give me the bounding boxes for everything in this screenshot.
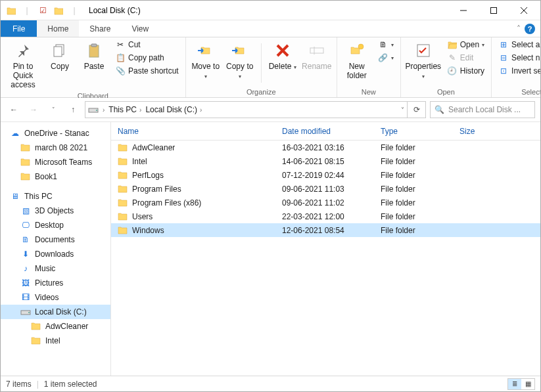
svg-rect-1: [491, 7, 497, 13]
table-row[interactable]: Intel14-06-2021 08:15File folder: [111, 154, 540, 168]
move-to-button[interactable]: Move to ▾: [190, 39, 222, 82]
new-group-label: New: [362, 87, 376, 97]
folder-icon: [118, 198, 128, 208]
up-button[interactable]: ↑: [65, 102, 81, 118]
tree-onedrive[interactable]: ☁OneDrive - Stanac: [1, 126, 110, 141]
table-row[interactable]: Program Files (x86)09-06-2021 11:02File …: [111, 196, 540, 209]
history-button[interactable]: 🕘History: [444, 65, 487, 77]
file-date: 09-06-2021 11:03: [275, 185, 374, 194]
minimize-button[interactable]: [448, 1, 479, 20]
back-button[interactable]: ←: [6, 102, 22, 118]
collapse-ribbon-icon[interactable]: ˄: [517, 24, 521, 33]
tree-documents[interactable]: 🗎Documents: [1, 232, 110, 247]
recent-locations-button[interactable]: ˅: [45, 102, 61, 118]
delete-icon: [272, 40, 293, 61]
col-name[interactable]: Name: [111, 127, 275, 136]
delete-button[interactable]: Delete ▾: [267, 39, 298, 73]
tree-book1[interactable]: Book1: [1, 169, 110, 184]
properties-icon: [413, 40, 434, 61]
3d-icon: ▧: [20, 206, 31, 216]
file-date: 09-06-2021 11:02: [275, 198, 374, 207]
file-name: Windows: [132, 226, 164, 235]
col-type[interactable]: Type: [374, 127, 453, 136]
open-button[interactable]: Open ▾: [444, 39, 487, 51]
folder-icon: [118, 225, 128, 236]
col-date[interactable]: Date modified: [275, 127, 374, 136]
tree-downloads[interactable]: ⬇Downloads: [1, 247, 110, 261]
pin-to-quick-access-button[interactable]: Pin to Quick access: [5, 39, 41, 91]
column-headers[interactable]: Name Date modified Type Size: [111, 122, 540, 141]
tree-intel[interactable]: Intel: [1, 334, 110, 348]
col-size[interactable]: Size: [453, 127, 506, 136]
thumbnails-view-icon[interactable]: ▦: [521, 379, 534, 389]
file-type: File folder: [374, 143, 453, 152]
view-toggle[interactable]: ≣ ▦: [507, 378, 535, 390]
new-folder-icon: [346, 40, 367, 61]
tree-localdisk[interactable]: Local Disk (C:): [1, 305, 110, 319]
search-input[interactable]: 🔍 Search Local Disk ...: [430, 101, 535, 118]
tree-music[interactable]: ♪Music: [1, 261, 110, 276]
home-tab[interactable]: Home: [37, 20, 79, 37]
table-row[interactable]: AdwCleaner16-03-2021 03:16File folder: [111, 141, 540, 154]
documents-icon: 🗎: [20, 234, 31, 245]
folder-icon: [118, 142, 128, 153]
paste-shortcut-button[interactable]: 📎Paste shortcut: [112, 65, 181, 77]
svg-rect-5: [54, 47, 62, 56]
new-folder-button[interactable]: New folder: [341, 39, 373, 82]
pin-icon: [12, 40, 34, 61]
select-all-button[interactable]: ⊞Select all: [496, 39, 541, 51]
tree-march[interactable]: march 08 2021: [1, 141, 110, 155]
properties-button[interactable]: Properties ▾: [405, 39, 442, 82]
tree-desktop[interactable]: 🖵Desktop: [1, 218, 110, 232]
pictures-icon: 🖼: [20, 278, 31, 288]
tree-videos[interactable]: 🎞Videos: [1, 290, 110, 305]
table-row[interactable]: Program Files09-06-2021 11:03File folder: [111, 182, 540, 196]
downloads-icon: ⬇: [20, 249, 31, 259]
navigation-tree[interactable]: ☁OneDrive - Stanac march 08 2021 Microso…: [1, 122, 111, 376]
forward-button[interactable]: →: [26, 102, 41, 118]
rename-button[interactable]: Rename: [301, 39, 333, 73]
close-button[interactable]: [509, 1, 539, 20]
view-tab[interactable]: View: [121, 20, 159, 37]
tree-3dobjects[interactable]: ▧3D Objects: [1, 204, 110, 218]
new-item-button[interactable]: 🗎▾: [375, 39, 396, 51]
maximize-button[interactable]: [479, 1, 509, 20]
tree-adw[interactable]: AdwCleaner: [1, 319, 110, 334]
address-dropdown[interactable]: ˅: [401, 106, 404, 114]
copy-button[interactable]: Copy: [44, 39, 76, 73]
copy-path-button[interactable]: 📋Copy path: [112, 52, 181, 64]
paste-button[interactable]: Paste: [78, 39, 110, 73]
help-icon[interactable]: ?: [525, 24, 535, 34]
edit-button[interactable]: ✎Edit: [444, 52, 487, 64]
file-list: Name Date modified Type Size AdwCleaner1…: [111, 122, 540, 376]
qat-dropdown[interactable]: |: [68, 4, 81, 17]
folder-icon: [118, 170, 128, 181]
crumb-thispc[interactable]: This PC›: [108, 105, 141, 114]
copy-to-button[interactable]: Copy to ▾: [224, 39, 256, 82]
breadcrumb-bar[interactable]: › This PC› Local Disk (C:)› ˅: [85, 101, 408, 118]
table-row[interactable]: Users22-03-2021 12:00File folder: [111, 209, 540, 223]
file-tab[interactable]: File: [1, 20, 37, 37]
svg-point-10: [358, 44, 364, 49]
tree-thispc[interactable]: 🖥This PC: [1, 189, 110, 204]
table-row[interactable]: Windows12-06-2021 08:54File folder: [111, 223, 540, 237]
table-row[interactable]: PerfLogs07-12-2019 02:44File folder: [111, 168, 540, 182]
file-type: File folder: [374, 212, 453, 221]
select-none-button[interactable]: ⊟Select none: [496, 52, 541, 64]
file-type: File folder: [374, 171, 453, 180]
qat-check-icon[interactable]: ☑: [36, 4, 49, 17]
invert-selection-button[interactable]: ⊡Invert selection: [496, 65, 541, 77]
tree-pictures[interactable]: 🖼Pictures: [1, 276, 110, 290]
ribbon: Pin to Quick access Copy Paste ✂Cut 📋Cop…: [1, 37, 540, 98]
details-view-icon[interactable]: ≣: [508, 379, 521, 389]
share-tab[interactable]: Share: [79, 20, 121, 37]
easy-access-button[interactable]: 🔗▾: [375, 52, 396, 64]
tree-teams[interactable]: Microsoft Teams: [1, 155, 110, 169]
cut-button[interactable]: ✂Cut: [112, 39, 181, 51]
file-date: 16-03-2021 03:16: [275, 143, 374, 152]
selected-count: 1 item selected: [44, 380, 97, 389]
folder-icon: [31, 321, 41, 332]
qat-folder-icon[interactable]: [52, 4, 65, 17]
crumb-current[interactable]: Local Disk (C:)›: [145, 105, 202, 114]
refresh-button[interactable]: ⟳: [408, 101, 426, 118]
